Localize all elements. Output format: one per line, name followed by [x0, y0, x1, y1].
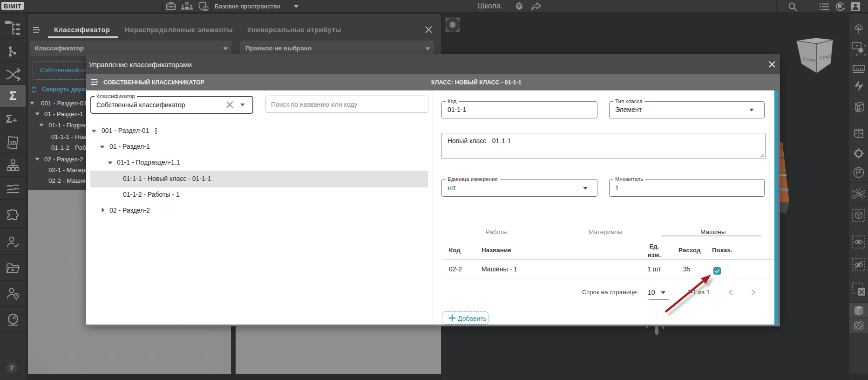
svg-text:1: 1	[852, 190, 854, 193]
svg-text:2: 2	[859, 188, 861, 191]
svg-text:2D: 2D	[10, 140, 16, 146]
